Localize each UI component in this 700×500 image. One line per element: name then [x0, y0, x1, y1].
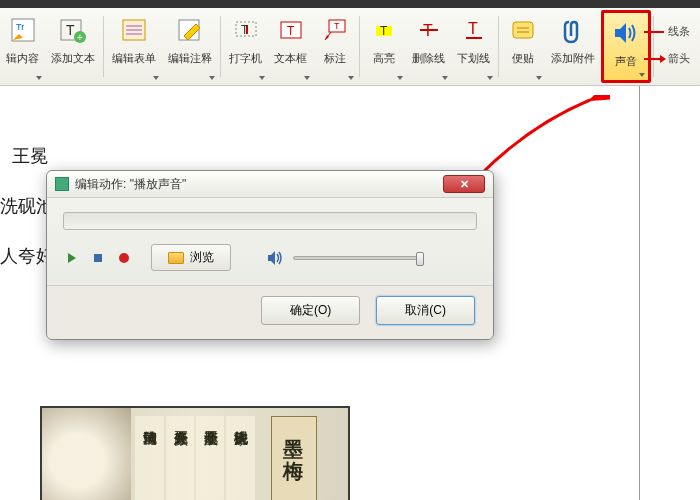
- chevron-down-icon: [209, 76, 215, 80]
- svg-text:Tr: Tr: [16, 22, 24, 32]
- tool-label: 下划线: [457, 52, 490, 64]
- folder-icon: [168, 252, 184, 264]
- chevron-down-icon: [36, 76, 42, 80]
- tool-label: 编辑注释: [168, 52, 212, 64]
- chevron-down-icon: [487, 76, 493, 80]
- svg-text:T: T: [287, 24, 295, 38]
- app-icon: [55, 177, 69, 191]
- add-text-button[interactable]: T+ 添加文本: [45, 10, 101, 83]
- label: 箭头: [668, 51, 690, 66]
- record-button[interactable]: [115, 249, 133, 267]
- browse-label: 浏览: [190, 249, 214, 266]
- tool-label: 辑内容: [6, 52, 39, 64]
- underline-button[interactable]: T 下划线: [451, 10, 496, 83]
- callout-icon: T: [319, 14, 351, 46]
- svg-rect-24: [513, 22, 533, 38]
- edit-content-icon: Tr: [7, 14, 39, 46]
- poem-line: 个个花开淡墨痕: [196, 416, 224, 500]
- tool-label: 删除线: [412, 52, 445, 64]
- svg-rect-13: [246, 26, 248, 34]
- chevron-down-icon: [639, 73, 645, 77]
- note-icon: [507, 14, 539, 46]
- svg-rect-27: [94, 254, 102, 262]
- doc-text: 王冕: [12, 144, 48, 168]
- svg-text:T: T: [334, 21, 340, 31]
- tool-label: 标注: [324, 52, 346, 64]
- edit-content-button[interactable]: Tr 辑内容: [0, 10, 45, 83]
- ok-button[interactable]: 确定(O): [261, 296, 360, 325]
- strikethrough-button[interactable]: T 删除线: [406, 10, 451, 83]
- textbox-button[interactable]: T 文本框: [268, 10, 313, 83]
- chevron-down-icon: [536, 76, 542, 80]
- play-button[interactable]: [63, 249, 81, 267]
- edit-action-dialog: 编辑动作: "播放声音" ✕ 浏览 确定(O) 取消(C): [46, 170, 494, 340]
- edit-annotation-button[interactable]: 编辑注释: [162, 10, 218, 83]
- chevron-down-icon: [259, 76, 265, 80]
- label: 线条: [668, 24, 690, 39]
- arrow-icon: [644, 58, 664, 60]
- tool-label: 便贴: [512, 52, 534, 64]
- poem-line: 要人夸颜色好: [166, 416, 194, 500]
- volume-slider[interactable]: [293, 256, 421, 260]
- attachment-button[interactable]: 添加附件: [545, 10, 601, 83]
- strikethrough-icon: T: [413, 14, 445, 46]
- highlight-icon: T: [368, 14, 400, 46]
- chevron-down-icon: [397, 76, 403, 80]
- svg-point-28: [119, 253, 129, 263]
- poem-line: 留清气满乾坤: [135, 416, 163, 500]
- chevron-down-icon: [442, 76, 448, 80]
- note-button[interactable]: 便贴: [501, 10, 545, 83]
- annotation-icon: [174, 14, 206, 46]
- add-text-icon: T+: [57, 14, 89, 46]
- tool-label: 添加附件: [551, 52, 595, 64]
- svg-text:T: T: [468, 20, 478, 37]
- main-toolbar: Tr 辑内容 T+ 添加文本 编辑表单 编辑注释 T 打字机 T 文本框 T 标…: [0, 8, 700, 86]
- callout-button[interactable]: T 标注: [313, 10, 357, 83]
- typewriter-button[interactable]: T 打字机: [223, 10, 268, 83]
- chevron-down-icon: [153, 76, 159, 80]
- form-icon: [118, 14, 150, 46]
- tool-label: 声音: [615, 55, 637, 67]
- svg-text:+: +: [77, 32, 83, 43]
- volume-icon: [265, 248, 285, 268]
- paperclip-icon: [557, 14, 589, 46]
- textbox-icon: T: [275, 14, 307, 46]
- poem-title: 墨 梅: [271, 416, 317, 500]
- chevron-down-icon: [304, 76, 310, 80]
- dialog-titlebar[interactable]: 编辑动作: "播放声音" ✕: [47, 171, 493, 198]
- edit-form-button[interactable]: 编辑表单: [106, 10, 162, 83]
- tool-label: 添加文本: [51, 52, 95, 64]
- line-icon: [644, 31, 664, 33]
- chevron-down-icon: [348, 76, 354, 80]
- dialog-title: 编辑动作: "播放声音": [75, 176, 443, 193]
- tool-label: 高亮: [373, 52, 395, 64]
- typewriter-icon: T: [230, 14, 262, 46]
- audio-progress[interactable]: [63, 212, 477, 230]
- poem-line: 家洗砚池头树: [226, 416, 254, 500]
- tool-label: 文本框: [274, 52, 307, 64]
- svg-text:T: T: [66, 22, 75, 38]
- speaker-icon: [610, 17, 642, 49]
- line-option[interactable]: 线条: [644, 24, 696, 39]
- close-button[interactable]: ✕: [443, 175, 485, 193]
- underline-icon: T: [458, 14, 490, 46]
- tool-label: 打字机: [229, 52, 262, 64]
- arrow-option[interactable]: 箭头: [644, 51, 696, 66]
- slider-thumb[interactable]: [416, 252, 424, 266]
- right-panel: 线条 箭头: [640, 20, 700, 70]
- stop-button[interactable]: [89, 249, 107, 267]
- browse-button[interactable]: 浏览: [151, 244, 231, 271]
- document-image: 留清气满乾坤 要人夸颜色好 个个花开淡墨痕 家洗砚池头树 墨 梅 王冕: [40, 406, 350, 500]
- svg-text:T: T: [380, 24, 388, 38]
- tool-label: 编辑表单: [112, 52, 156, 64]
- cancel-button[interactable]: 取消(C): [376, 296, 475, 325]
- highlight-button[interactable]: T 高亮: [362, 10, 406, 83]
